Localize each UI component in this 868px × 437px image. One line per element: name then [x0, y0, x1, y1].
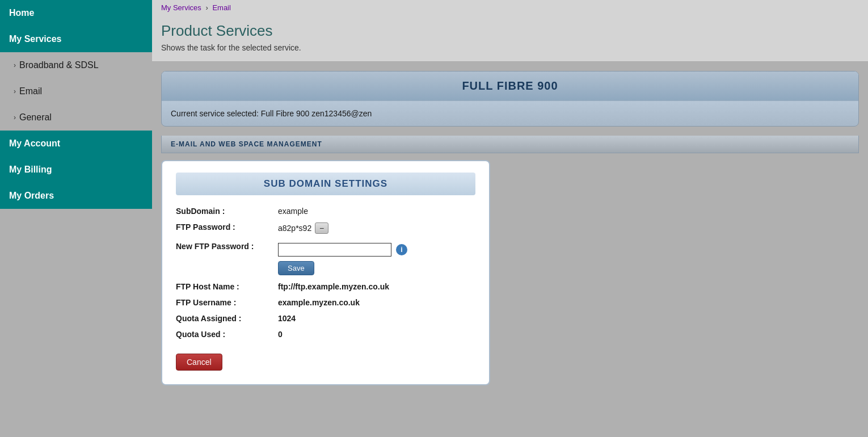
quota-assigned-label: Quota Assigned :	[176, 313, 278, 323]
service-info: Current service selected: Full Fibre 900…	[162, 100, 858, 126]
service-title: FULL FIBRE 900	[162, 72, 858, 100]
sidebar-item-email[interactable]: › Email	[0, 78, 152, 104]
new-ftp-password-section: i Save	[278, 242, 475, 275]
subdomain-card-title: SUB DOMAIN SETTINGS	[176, 173, 475, 195]
new-ftp-password-input[interactable]	[278, 243, 391, 257]
ftp-password-row: FTP Password : a82p*s92 −	[176, 221, 475, 234]
section-header: E-MAIL AND WEB SPACE MANAGEMENT	[161, 136, 859, 153]
sidebar-item-broadband[interactable]: › Broadband & SDSL	[0, 52, 152, 78]
quota-assigned-row: Quota Assigned : 1024	[176, 313, 475, 323]
sidebar-item-my-services[interactable]: My Services	[0, 26, 152, 52]
sidebar-item-general[interactable]: › General	[0, 104, 152, 131]
ftp-hostname-row: FTP Host Name : ftp://ftp.example.myzen.…	[176, 281, 475, 291]
ftp-hostname-label: FTP Host Name :	[176, 281, 278, 291]
subdomain-row: SubDomain : example	[176, 205, 475, 216]
ftp-password-value: a82p*s92	[278, 224, 311, 233]
subdomain-value: example	[278, 205, 475, 216]
quota-used-label: Quota Used :	[176, 329, 278, 339]
breadcrumb-my-services[interactable]: My Services	[161, 3, 201, 12]
subdomain-card: SUB DOMAIN SETTINGS SubDomain : example …	[161, 160, 490, 385]
ftp-username-label: FTP Username :	[176, 297, 278, 307]
page-header: Product Services Shows the task for the …	[152, 15, 868, 62]
sidebar-item-home[interactable]: Home	[0, 0, 152, 26]
quota-used-row: Quota Used : 0	[176, 329, 475, 339]
sidebar-item-my-billing[interactable]: My Billing	[0, 157, 152, 183]
page-title: Product Services	[161, 22, 859, 40]
ftp-password-field: a82p*s92 −	[278, 221, 475, 234]
breadcrumb-email[interactable]: Email	[212, 3, 231, 12]
sidebar-item-my-account[interactable]: My Account	[0, 131, 152, 157]
main-content: My Services › Email Product Services Sho…	[152, 0, 868, 437]
ftp-username-value: example.myzen.co.uk	[278, 297, 475, 307]
quota-assigned-value: 1024	[278, 313, 475, 323]
breadcrumb: My Services › Email	[152, 0, 868, 15]
page-subtitle: Shows the task for the selected service.	[161, 43, 859, 52]
save-button[interactable]: Save	[278, 261, 314, 275]
sidebar-item-my-orders[interactable]: My Orders	[0, 183, 152, 209]
ftp-hostname-value: ftp://ftp.example.myzen.co.uk	[278, 281, 475, 291]
info-icon[interactable]: i	[396, 244, 407, 255]
service-panel: FULL FIBRE 900 Current service selected:…	[161, 71, 859, 127]
breadcrumb-separator: ›	[205, 3, 208, 12]
new-ftp-password-label: New FTP Password :	[176, 239, 278, 251]
cancel-button[interactable]: Cancel	[176, 354, 222, 371]
sidebar: Home My Services › Broadband & SDSL › Em…	[0, 0, 152, 437]
chevron-right-icon: ›	[14, 87, 16, 95]
toggle-password-button[interactable]: −	[315, 222, 328, 234]
ftp-username-row: FTP Username : example.myzen.co.uk	[176, 297, 475, 307]
chevron-right-icon: ›	[14, 61, 16, 69]
quota-used-value: 0	[278, 329, 475, 339]
new-ftp-password-row: New FTP Password : i Save	[176, 239, 475, 275]
subdomain-label: SubDomain :	[176, 205, 278, 216]
ftp-password-label: FTP Password :	[176, 221, 278, 232]
chevron-right-icon: ›	[14, 114, 16, 121]
